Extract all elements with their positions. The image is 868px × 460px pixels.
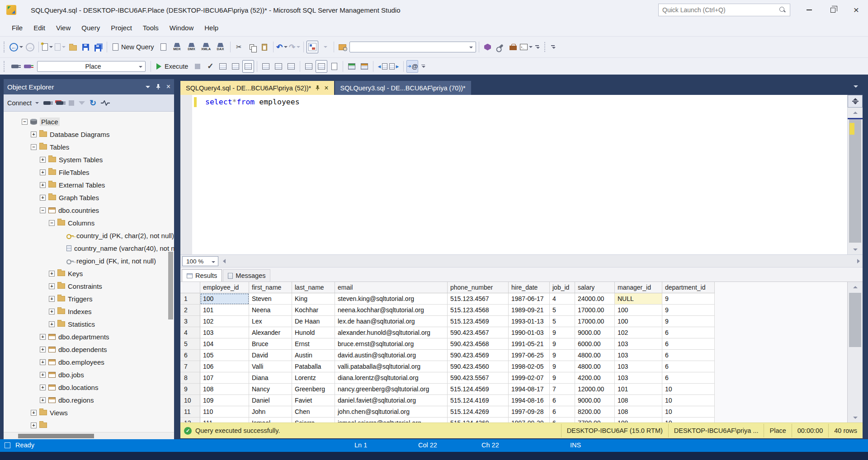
- cell-employee_id[interactable]: 103: [200, 327, 249, 338]
- new-item-button[interactable]: ✱: [42, 41, 53, 53]
- minimize-button[interactable]: [797, 0, 821, 20]
- menu-help[interactable]: Help: [199, 22, 224, 34]
- include-client-statistics-button[interactable]: [285, 60, 297, 73]
- cell-department_id[interactable]: 9: [662, 305, 715, 316]
- tree-item-triggers[interactable]: +Triggers: [4, 292, 174, 305]
- expand-icon[interactable]: +: [40, 182, 46, 188]
- menu-project[interactable]: Project: [105, 22, 137, 34]
- toolbar-grip[interactable]: [4, 42, 6, 52]
- cell-email[interactable]: john.chen@sqltutorial.org: [335, 406, 448, 418]
- expand-icon[interactable]: +: [40, 397, 46, 403]
- cell-phone_number[interactable]: 515.124.4569: [448, 384, 509, 395]
- new-query-button[interactable]: New Query: [110, 41, 157, 53]
- cell-employee_id[interactable]: 100: [200, 293, 249, 305]
- command-window-button[interactable]: ›_: [520, 41, 533, 53]
- tree-item-dbo-dependents[interactable]: +dbo.dependents: [4, 343, 174, 356]
- column-header-last_name[interactable]: last_name: [292, 282, 335, 293]
- cell-manager_id[interactable]: 108: [615, 418, 662, 422]
- restore-button[interactable]: [821, 0, 844, 20]
- cut-button[interactable]: ✂: [233, 41, 245, 53]
- cell-first_name[interactable]: Lex: [249, 316, 292, 327]
- cell-department_id[interactable]: 9: [662, 293, 715, 305]
- cell-last_name[interactable]: Pataballa: [292, 361, 335, 372]
- cell-manager_id[interactable]: 108: [615, 406, 662, 418]
- scroll-up-arrow[interactable]: [848, 108, 863, 117]
- cell-salary[interactable]: 9000.00: [575, 395, 615, 406]
- scroll-down-arrow[interactable]: [848, 244, 863, 254]
- tree-item-dbo-regions[interactable]: +dbo.regions: [4, 394, 174, 406]
- cell-last_name[interactable]: Hunold: [292, 327, 335, 338]
- tree-item-dbo-departments[interactable]: +dbo.departments: [4, 330, 174, 343]
- results-to-grid-button[interactable]: [316, 60, 327, 73]
- cell-hire_date[interactable]: 1997-09-28: [509, 406, 550, 418]
- cell-email[interactable]: valli.pataballa@sqltutorial.org: [335, 361, 448, 372]
- template-parameters-button[interactable]: ➜@: [406, 60, 418, 73]
- cell-first_name[interactable]: Neena: [249, 305, 292, 316]
- tree-item-columns[interactable]: −Columns: [4, 216, 174, 229]
- cell-phone_number[interactable]: 590.423.5567: [448, 372, 509, 384]
- comment-lines-button[interactable]: [346, 60, 358, 73]
- expand-icon[interactable]: +: [49, 309, 55, 314]
- toolbar-grip[interactable]: [544, 42, 546, 52]
- row-number[interactable]: 10: [180, 395, 200, 406]
- expand-icon[interactable]: +: [49, 283, 55, 289]
- close-panel-button[interactable]: ×: [166, 83, 170, 91]
- cell-employee_id[interactable]: 108: [200, 384, 249, 395]
- cell-last_name[interactable]: Faviet: [292, 395, 335, 406]
- cell-email[interactable]: daniel.faviet@sqltutorial.org: [335, 395, 448, 406]
- query-options-button[interactable]: [230, 60, 241, 73]
- toolbar-overflow-button[interactable]: [535, 45, 540, 49]
- tab-sqlquery4[interactable]: SQLQuery4.sql - DE...BCU6AF\priya (52))*…: [180, 81, 334, 95]
- cell-employee_id[interactable]: 104: [200, 338, 249, 350]
- cell-salary[interactable]: 17000.00: [575, 316, 615, 327]
- tab-results[interactable]: Results: [182, 269, 222, 282]
- cell-hire_date[interactable]: 1990-01-03: [509, 327, 550, 338]
- tree-item-dbo-employees[interactable]: +dbo.employees: [4, 356, 174, 368]
- uncomment-lines-button[interactable]: [359, 60, 370, 73]
- cell-manager_id[interactable]: 103: [615, 372, 662, 384]
- cell-hire_date[interactable]: 1998-02-05: [509, 361, 550, 372]
- row-number[interactable]: 11: [180, 406, 200, 418]
- row-number[interactable]: 6: [180, 350, 200, 361]
- redo-button[interactable]: ↷: [289, 41, 301, 53]
- mdx-query-button[interactable]: MDX: [170, 41, 184, 53]
- disconnect-icon[interactable]: [56, 101, 63, 105]
- tree-item-database-diagrams[interactable]: +Database Diagrams: [4, 128, 174, 141]
- cell-job_id[interactable]: 6: [550, 418, 575, 422]
- decrease-indent-button[interactable]: ◄: [376, 60, 388, 73]
- column-header-department_id[interactable]: department_id: [662, 282, 715, 293]
- cell-first_name[interactable]: Ismael: [249, 418, 292, 422]
- cell-department_id[interactable]: 6: [662, 338, 715, 350]
- include-live-statistics-button[interactable]: [273, 60, 284, 73]
- cell-phone_number[interactable]: 515.124.4369: [448, 418, 509, 422]
- copy-button[interactable]: [246, 41, 258, 53]
- cell-job_id[interactable]: 4: [550, 293, 575, 305]
- cell-email[interactable]: bruce.ernst@sqltutorial.org: [335, 338, 448, 350]
- expand-icon[interactable]: +: [40, 359, 46, 365]
- tree-item-keys[interactable]: +Keys: [4, 267, 174, 280]
- cell-last_name[interactable]: King: [292, 293, 335, 305]
- cell-job_id[interactable]: 9: [550, 361, 575, 372]
- collapse-icon[interactable]: −: [40, 207, 46, 213]
- cell-department_id[interactable]: 6: [662, 327, 715, 338]
- expand-icon[interactable]: +: [49, 321, 55, 327]
- tree-item-views[interactable]: +Views: [4, 406, 174, 419]
- column-header-email[interactable]: email: [335, 282, 448, 293]
- dropdown-disabled[interactable]: [319, 41, 331, 53]
- cell-last_name[interactable]: Greenberg: [292, 384, 335, 395]
- toolbar-overflow-button-2[interactable]: [551, 45, 556, 49]
- sql-editor[interactable]: select*from employees: [180, 95, 847, 254]
- tree-item-place[interactable]: −Place: [4, 115, 174, 128]
- cell-hire_date[interactable]: 1989-09-21: [509, 305, 550, 316]
- cell-department_id[interactable]: 6: [662, 350, 715, 361]
- scroll-down-arrow[interactable]: [848, 413, 863, 422]
- cell-last_name[interactable]: De Haan: [292, 316, 335, 327]
- tree-hscrollbar-thumb[interactable]: [18, 434, 94, 438]
- stop-icon[interactable]: [69, 100, 74, 106]
- cell-first_name[interactable]: Nancy: [249, 384, 292, 395]
- cell-phone_number[interactable]: 515.123.4568: [448, 305, 509, 316]
- expand-icon[interactable]: +: [40, 347, 46, 352]
- close-button[interactable]: ×: [844, 0, 868, 20]
- cell-employee_id[interactable]: 106: [200, 361, 249, 372]
- expand-icon[interactable]: +: [31, 422, 37, 428]
